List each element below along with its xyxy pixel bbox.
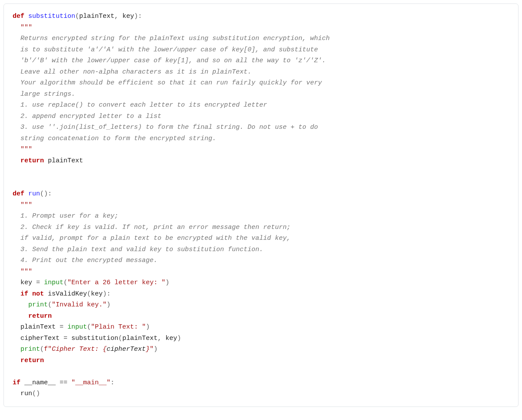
line: return plainText xyxy=(13,157,83,165)
paren-close: ) xyxy=(103,290,107,298)
paren-open: ( xyxy=(75,13,79,20)
paren-close: ) xyxy=(165,279,169,286)
paren-close: ) xyxy=(44,190,48,198)
arg: plainText xyxy=(79,13,114,20)
comma: , xyxy=(114,13,118,20)
eq: = xyxy=(60,323,64,331)
docstring-line: 1. Prompt user for a key; xyxy=(13,212,118,220)
paren-open: ( xyxy=(40,346,44,353)
string: "Invalid key." xyxy=(52,301,107,309)
docstring-line: is to substitute 'a'/'A' with the lower/… xyxy=(13,46,318,54)
code-block: def substitution(plainText, key): """ Re… xyxy=(3,3,519,407)
docstring-line: Leave all other non-alpha characters as … xyxy=(13,68,251,76)
brace-open: { xyxy=(103,346,107,353)
paren-close: ) xyxy=(154,346,157,353)
docstring-line: large strings. xyxy=(13,91,75,98)
kw-return: return xyxy=(20,157,44,165)
docstring-line: 2. Check if key is valid. If not, print … xyxy=(13,224,291,231)
docstring-line: 4. Print out the encrypted message. xyxy=(13,257,157,264)
paren-open: ( xyxy=(48,301,52,309)
dunder: __name__ xyxy=(24,379,56,386)
builtin: input xyxy=(44,279,64,286)
fn-call: isValidKey xyxy=(48,290,87,298)
code-pre: def substitution(plainText, key): """ Re… xyxy=(13,11,509,400)
paren-close: ) xyxy=(107,301,110,309)
var: plainText xyxy=(48,157,83,165)
docstring-line: if valid, prompt for a plain text to be … xyxy=(13,235,291,242)
kw-if: if xyxy=(13,379,20,386)
paren-open: ( xyxy=(64,279,67,286)
builtin: print xyxy=(28,301,48,309)
fn-call: substitution xyxy=(71,335,118,342)
colon: : xyxy=(48,190,52,198)
line: if not isValidKey(key): xyxy=(13,290,110,298)
docstring-line: 3. Send the plain text and valid key to … xyxy=(13,246,263,253)
colon: : xyxy=(138,13,142,20)
docstring-line: 3. use ''.join(list_of_letters) to form … xyxy=(13,124,318,131)
triple-quote: """ xyxy=(20,268,32,276)
fstring-body: Cipher Text: xyxy=(52,346,103,353)
colon: : xyxy=(110,379,114,386)
eq: = xyxy=(36,279,40,286)
fstring-prefix: f" xyxy=(44,346,52,353)
paren-open: ( xyxy=(87,290,91,298)
kw-return: return xyxy=(28,312,52,320)
line: """ xyxy=(13,202,32,209)
line: key = input("Enter a 26 letter key: ") xyxy=(13,279,169,286)
paren-open: ( xyxy=(32,390,36,397)
docstring-line: 2. append encrypted letter to a list xyxy=(13,113,161,120)
comma: , xyxy=(157,335,161,342)
line: """ xyxy=(13,146,32,153)
fn-call: run xyxy=(20,390,32,397)
paren-close: ) xyxy=(36,390,40,397)
interp-var: cipherText xyxy=(107,346,146,353)
docstring-line: Your algorithm should be efficient so th… xyxy=(13,79,322,87)
paren-close: ) xyxy=(146,323,150,331)
docstring-line: string concatenation to form the encrypt… xyxy=(13,135,216,142)
triple-quote: """ xyxy=(20,146,32,153)
builtin: input xyxy=(67,323,87,331)
builtin: print xyxy=(20,346,40,353)
line: """ xyxy=(13,268,32,276)
line: def run(): xyxy=(13,190,52,198)
docstring-line: 'b'/'B' with the lower/upper case of key… xyxy=(13,57,326,64)
brace-close: } xyxy=(146,346,150,353)
paren-open: ( xyxy=(40,190,44,198)
var: key xyxy=(20,279,32,286)
arg: key xyxy=(91,290,103,298)
line: return xyxy=(13,312,52,320)
kw-not: not xyxy=(32,290,44,298)
line: print("Invalid key.") xyxy=(13,301,110,309)
arg: key xyxy=(165,335,177,342)
docstring-line: 1. use replace() to convert each letter … xyxy=(13,101,267,109)
fn-name: substitution xyxy=(28,13,75,20)
paren-close: ) xyxy=(177,335,181,342)
line: def substitution(plainText, key): xyxy=(13,13,142,20)
line: run() xyxy=(13,390,40,397)
fstring-suffix: " xyxy=(150,346,154,353)
string: "Enter a 26 letter key: " xyxy=(67,279,165,286)
arg: key xyxy=(122,13,134,20)
var: plainText xyxy=(20,323,56,331)
line: if __name__ == "__main__": xyxy=(13,379,114,386)
paren-open: ( xyxy=(118,335,122,342)
eq-eq: == xyxy=(60,379,67,386)
colon: : xyxy=(107,290,110,298)
line: cipherText = substitution(plainText, key… xyxy=(13,335,181,342)
docstring-line: Returns encrypted string for the plainTe… xyxy=(13,35,330,42)
fn-name: run xyxy=(28,190,40,198)
line: plainText = input("Plain Text: ") xyxy=(13,323,150,331)
paren-close: ) xyxy=(134,13,138,20)
triple-quote: """ xyxy=(20,202,32,209)
line: print(f"Cipher Text: {cipherText}") xyxy=(13,346,157,353)
triple-quote: """ xyxy=(20,24,32,31)
paren-open: ( xyxy=(87,323,91,331)
line: """ xyxy=(13,24,32,31)
string: "Plain Text: " xyxy=(91,323,146,331)
kw-def: def xyxy=(13,190,24,198)
arg: plainText xyxy=(122,335,157,342)
var: cipherText xyxy=(20,335,60,342)
eq: = xyxy=(64,335,67,342)
kw-return: return xyxy=(20,357,44,364)
line: return xyxy=(13,357,44,364)
